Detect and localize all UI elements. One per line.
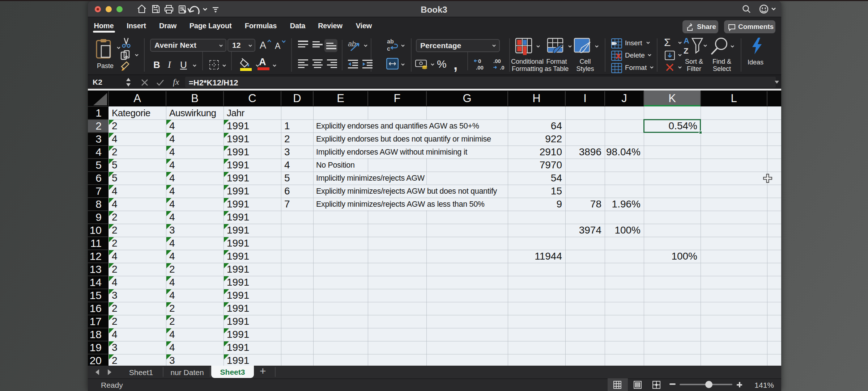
svg-text:.00: .00	[493, 58, 501, 64]
svg-text:ab: ab	[387, 38, 394, 45]
svg-text:Z: Z	[684, 46, 688, 55]
svg-text:c: c	[387, 46, 390, 52]
svg-text:0: 0	[478, 58, 481, 64]
svg-text:.00: .00	[476, 64, 484, 70]
svg-text:A: A	[684, 36, 689, 45]
